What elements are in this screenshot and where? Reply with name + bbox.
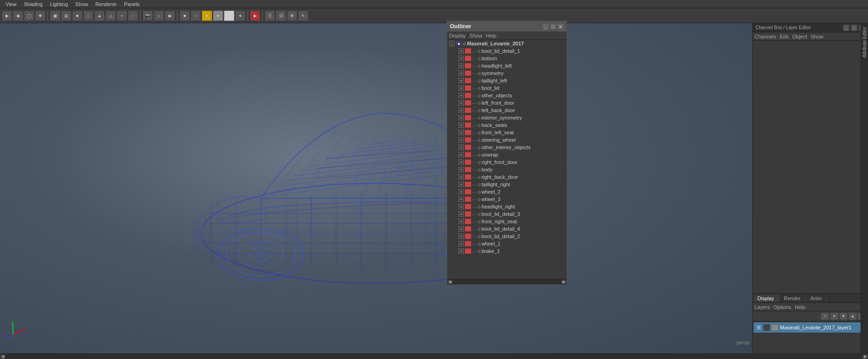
tab-render[interactable]: Render (779, 295, 806, 302)
tree-item-boot_lid_detail_1[interactable]: +—o boot_lid_detail_1 (447, 47, 567, 55)
tree-item-headlight_right[interactable]: +—o headlight_right (447, 203, 567, 210)
light-btn[interactable]: ☼ (154, 11, 164, 21)
tree-item-unwrap[interactable]: +—o unwrap (447, 151, 567, 158)
tree-expand-steering_wheel[interactable]: + (458, 137, 464, 143)
tree-item-bottom[interactable]: +—o bottom (447, 55, 567, 62)
tree-expand-interior_symmetry[interactable]: + (458, 115, 464, 120)
menu-show[interactable]: Show (72, 1, 92, 7)
tree-expand-taillight_right[interactable]: + (458, 182, 464, 187)
util-btn3[interactable]: ☸ (287, 11, 297, 21)
display-btn1[interactable]: ■ (180, 11, 190, 21)
tree-expand-wheel_2[interactable]: + (458, 189, 464, 195)
tree-expand-back_seats[interactable]: + (458, 122, 464, 128)
display-btn5[interactable]: ● (224, 11, 234, 21)
channel-box-minimize-btn[interactable]: _ (843, 25, 849, 31)
scroll-left-btn[interactable]: ◀ (447, 279, 453, 285)
snap-edge-btn[interactable]: ▪ (117, 11, 127, 21)
paint-tool-btn[interactable]: ◯ (24, 11, 34, 21)
tree-expand-left_front_door[interactable]: + (458, 100, 464, 106)
util-btn4[interactable]: ✎ (298, 11, 308, 21)
new-layer-btn[interactable]: + (821, 313, 829, 320)
help-menu[interactable]: Help (795, 304, 806, 310)
display-btn6[interactable]: ● (235, 11, 245, 21)
snap-grid-btn[interactable]: ▣ (50, 11, 60, 21)
tree-expand-brake_1[interactable]: + (458, 248, 464, 254)
outliner-help-menu[interactable]: Help (486, 33, 497, 38)
tree-item-boot_lid_detail_4[interactable]: +—o boot_lid_detail_4 (447, 225, 567, 233)
tree-expand-body[interactable]: + (458, 167, 464, 172)
tree-item-taillight_left[interactable]: +—o taillight_left (447, 77, 567, 84)
select-tool-btn[interactable]: ▶ (2, 11, 12, 21)
layer-option-btn1[interactable]: ▼ (839, 313, 848, 320)
snap-center-btn[interactable]: ▫ (128, 11, 138, 21)
lasso-tool-btn[interactable]: ◆ (13, 11, 23, 21)
util-btn2[interactable]: ☹ (276, 11, 286, 21)
delete-layer-btn[interactable]: ✕ (830, 313, 838, 320)
tree-expand-boot_lid[interactable]: + (458, 85, 464, 91)
tree-expand-front_right_seat[interactable]: + (458, 219, 464, 224)
tree-expand-other_interior_objects[interactable]: + (458, 145, 464, 150)
snap-view-btn[interactable]: □ (83, 11, 94, 21)
menu-view[interactable]: View (2, 1, 20, 7)
tree-expand-wheel_3[interactable]: + (458, 196, 464, 202)
tree-item-other_interior_objects[interactable]: +—o other_interior_objects (447, 144, 567, 151)
layer-visible-check[interactable]: V (756, 324, 762, 331)
outliner-show-menu[interactable]: Show (469, 33, 482, 38)
camera-btn[interactable]: 📷 (143, 11, 153, 21)
tree-item-symmetry[interactable]: +—o symmetry (447, 69, 567, 77)
layers-menu[interactable]: Layers (755, 304, 770, 310)
outliner-maximize-btn[interactable]: □ (550, 23, 556, 30)
tree-expand-boot_lid_detail_1[interactable]: + (458, 48, 464, 54)
tree-expand-headlight_left[interactable]: + (458, 63, 464, 69)
tree-expand-front_left_seat[interactable]: + (458, 130, 464, 135)
scroll-right-btn[interactable]: ▶ (561, 279, 567, 285)
tree-expand-boot_lid_detail_2[interactable]: + (458, 233, 464, 239)
object-menu-item[interactable]: Object (792, 34, 807, 39)
tree-expand-taillight_left[interactable]: + (458, 78, 464, 83)
tab-anim[interactable]: Anim (806, 295, 827, 302)
tree-item-left_back_door[interactable]: +—o left_back_door (447, 107, 567, 114)
util-btn1[interactable]: ☷ (265, 11, 275, 21)
outliner-close-btn[interactable]: ✕ (557, 23, 564, 30)
tree-expand-other_objects[interactable]: + (458, 93, 464, 98)
outliner-minimize-btn[interactable]: _ (543, 23, 549, 30)
layer-row[interactable]: V Maserati_Levante_2017_layer1 (754, 322, 867, 333)
attribute-editor-tab[interactable]: Attribute Editor (861, 23, 868, 61)
viewport[interactable]: x y z persp (0, 23, 752, 353)
snap-curve-btn[interactable]: ▤ (61, 11, 71, 21)
tree-expand-headlight_right[interactable]: + (458, 204, 464, 209)
tree-expand-root[interactable]: - (449, 41, 455, 46)
move-tool-btn[interactable]: ✚ (35, 11, 45, 21)
tree-item-boot_lid_detail_2[interactable]: +—o boot_lid_detail_2 (447, 233, 567, 240)
tree-expand-boot_lid_detail_3[interactable]: + (458, 211, 464, 217)
tree-item-brake_1[interactable]: +—o brake_1 (447, 247, 567, 255)
outliner-display-menu[interactable]: Display (449, 33, 466, 38)
tab-display[interactable]: Display (753, 295, 779, 302)
menu-lighting[interactable]: Lighting (46, 1, 72, 7)
tree-item-right_back_door[interactable]: +—o right_back_door (447, 173, 567, 181)
outliner-tree[interactable]: - ■ o Maserati_Levante_2017 +—o boot_lid… (447, 40, 567, 279)
snap-point-btn[interactable]: ■ (72, 11, 82, 21)
tree-item-wheel_1[interactable]: +—o wheel_1 (447, 240, 567, 247)
tree-expand-unwrap[interactable]: + (458, 152, 464, 157)
scroll-track-h[interactable] (453, 280, 561, 284)
display-btn2[interactable]: ○ (191, 11, 201, 21)
tree-expand-boot_lid_detail_4[interactable]: + (458, 226, 464, 232)
tree-expand-right_back_door[interactable]: + (458, 174, 464, 180)
render-btn[interactable]: ▶ (165, 11, 175, 21)
tree-item-boot_lid[interactable]: +—o boot_lid (447, 84, 567, 92)
tree-item-taillight_right[interactable]: +—o taillight_right (447, 181, 567, 188)
channels-menu-item[interactable]: Channels (755, 34, 776, 39)
display-btn4[interactable]: ● (213, 11, 223, 21)
tree-item-body[interactable]: +—o body (447, 166, 567, 173)
snap-surface-btn[interactable]: ▲ (94, 11, 105, 21)
menu-panels[interactable]: Panels (120, 1, 144, 7)
tree-item-left_front_door[interactable]: +—o left_front_door (447, 99, 567, 107)
tree-expand-symmetry[interactable]: + (458, 70, 464, 76)
tree-expand-wheel_1[interactable]: + (458, 241, 464, 246)
snap-live-btn[interactable]: △ (106, 11, 116, 21)
tree-item-front_right_seat[interactable]: +—o front_right_seat (447, 218, 567, 225)
layer-option-btn2[interactable]: ▲ (849, 313, 857, 320)
timeline-scroll-left[interactable]: ◀ (0, 354, 6, 359)
layer-render-check[interactable] (763, 324, 770, 331)
